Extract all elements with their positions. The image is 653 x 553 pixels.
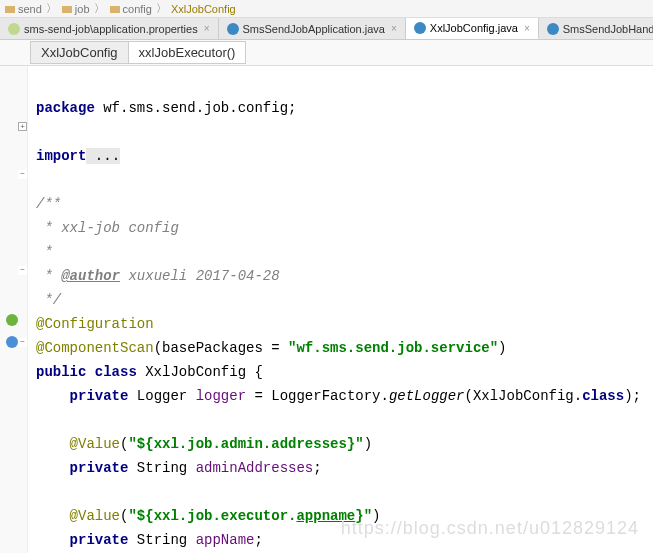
code-line: @ComponentScan(basePackages = "wf.sms.se… (36, 340, 507, 356)
crumb-config[interactable]: config (105, 3, 156, 15)
code-line: private String appName; (36, 532, 263, 548)
path-method[interactable]: xxlJobExecutor() (128, 41, 247, 64)
code-line: */ (36, 292, 61, 308)
spring-bean-icon (4, 312, 20, 328)
structure-path: XxlJobConfig xxlJobExecutor() (0, 40, 653, 66)
svg-rect-0 (5, 6, 15, 13)
tab-xxljobconfig[interactable]: XxlJobConfig.java× (406, 18, 539, 39)
folder-icon (61, 3, 73, 15)
folder-icon (109, 3, 121, 15)
fold-icon[interactable]: − (18, 170, 27, 179)
code-line: @Value("${xxl.job.admin.addresses}") (36, 436, 372, 452)
java-class-icon (547, 23, 559, 35)
java-class-icon (227, 23, 239, 35)
code-line: @Value("${xxl.job.executor.appname}") (36, 508, 380, 524)
spring-bean-icon (4, 334, 20, 350)
properties-icon (8, 23, 20, 35)
fold-icon[interactable]: + (18, 122, 27, 131)
tab-label: SmsSendJobApplication.java (243, 23, 385, 35)
java-class-icon (414, 22, 426, 34)
code-line: public class XxlJobConfig { (36, 364, 263, 380)
crumb-class[interactable]: XxlJobConfig (167, 3, 240, 15)
crumb-sep: 〉 (94, 1, 105, 16)
editor: + − − − package wf.sms.send.job.config; … (0, 66, 653, 553)
code-line: package wf.sms.send.job.config; (36, 100, 296, 116)
tab-label: SmsSendJobHandler.java (563, 23, 653, 35)
svg-rect-1 (62, 6, 72, 13)
code-line: * @author xuxueli 2017-04-28 (36, 268, 280, 284)
code-line: * xxl-job config (36, 220, 179, 236)
tab-sms-send-app[interactable]: SmsSendJobApplication.java× (219, 18, 406, 39)
code-area[interactable]: package wf.sms.send.job.config; import .… (28, 66, 653, 553)
crumb-sep: 〉 (156, 1, 167, 16)
close-icon[interactable]: × (204, 23, 210, 34)
breadcrumb: send 〉 job 〉 config 〉 XxlJobConfig (0, 0, 653, 18)
code-line: @Configuration (36, 316, 154, 332)
code-line: /** (36, 196, 61, 212)
code-line: private String adminAddresses; (36, 460, 322, 476)
gutter: + − − − (0, 66, 28, 553)
folder-icon (4, 3, 16, 15)
svg-point-4 (6, 336, 18, 348)
editor-tabs: sms-send-job\application.properties× Sms… (0, 18, 653, 40)
path-class[interactable]: XxlJobConfig (30, 41, 129, 64)
tab-label: XxlJobConfig.java (430, 22, 518, 34)
fold-icon[interactable]: − (18, 266, 27, 275)
svg-rect-2 (110, 6, 120, 13)
tab-label: sms-send-job\application.properties (24, 23, 198, 35)
close-icon[interactable]: × (391, 23, 397, 34)
code-line: import ... (36, 148, 120, 164)
crumb-sep: 〉 (46, 1, 57, 16)
crumb-send[interactable]: send (0, 3, 46, 15)
tab-sms-send-handler[interactable]: SmsSendJobHandler.java× (539, 18, 653, 39)
crumb-job[interactable]: job (57, 3, 94, 15)
close-icon[interactable]: × (524, 23, 530, 34)
code-line: private Logger logger = LoggerFactory.ge… (36, 388, 641, 404)
svg-point-3 (6, 314, 18, 326)
tab-app-properties[interactable]: sms-send-job\application.properties× (0, 18, 219, 39)
code-line: * (36, 244, 53, 260)
